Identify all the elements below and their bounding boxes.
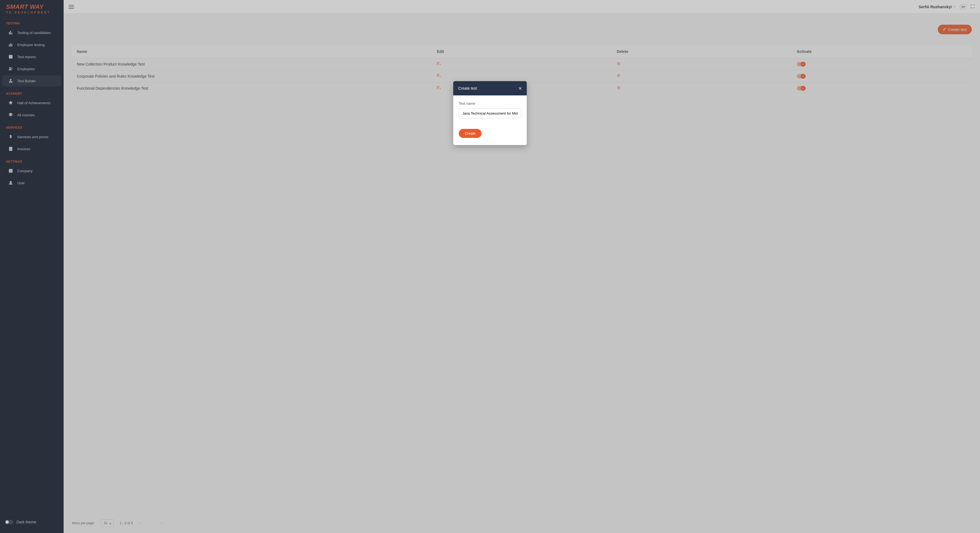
modal-create-label: Create [465,131,476,135]
test-name-input[interactable] [459,108,521,118]
create-test-modal: Create test × Test name Create [453,81,527,145]
modal-title: Create test [458,86,477,91]
close-icon[interactable]: × [519,86,522,91]
modal-overlay[interactable]: Create test × Test name Create [0,0,980,533]
test-name-label: Test name [459,102,521,105]
modal-create-button[interactable]: Create [459,129,482,138]
modal-header: Create test × [453,81,527,95]
